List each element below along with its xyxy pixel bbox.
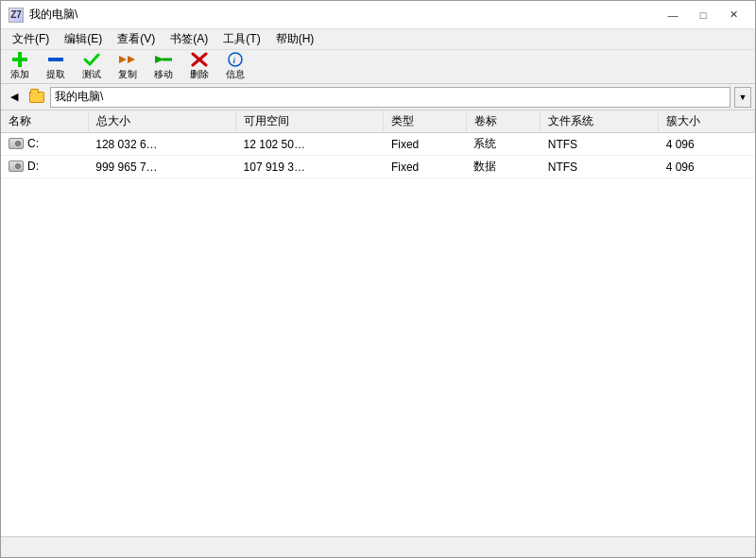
add-label: 添加 [10,68,29,81]
cell-total-size: 999 965 7… [88,156,235,178]
cell-free-space: 107 919 3… [236,156,384,178]
svg-rect-6 [163,59,172,61]
move-icon [155,52,172,67]
minimize-button[interactable]: — [659,6,687,25]
menu-bookmarks[interactable]: 书签(A) [163,29,215,49]
cell-type: Fixed [384,133,466,156]
svg-rect-2 [48,58,63,61]
info-icon: i [227,52,244,67]
window-title: 我的电脑\ [29,7,77,23]
svg-marker-3 [119,56,127,63]
menu-edit[interactable]: 编辑(E) [57,29,110,49]
extract-button[interactable]: 提取 [41,53,71,81]
cell-total-size: 128 032 6… [88,133,235,156]
menu-view[interactable]: 查看(V) [110,29,163,49]
main-window: Z7 我的电脑\ — □ ✕ 文件(F) 编辑(E) 查看(V) 书签(A) 工… [0,0,756,558]
add-button[interactable]: 添加 [5,53,35,81]
cell-label: 系统 [466,133,541,156]
test-icon [83,52,100,67]
address-input[interactable] [50,87,730,108]
info-label: 信息 [226,68,245,81]
drive-icon [9,138,24,149]
add-icon [11,52,28,67]
col-header-free-space[interactable]: 可用空间 [236,110,384,133]
info-button[interactable]: i 信息 [220,53,250,81]
nav-back-button[interactable]: ◀ [5,87,24,108]
copy-icon [119,52,136,67]
address-dropdown-button[interactable]: ▼ [734,87,751,108]
table-row[interactable]: C:128 032 6…12 102 50…Fixed系统NTFS4 096 [1,133,755,156]
cell-fs: NTFS [541,133,659,156]
col-header-type[interactable]: 类型 [384,110,466,133]
table-row[interactable]: D:999 965 7…107 919 3…Fixed数据NTFS4 096 [1,156,755,178]
test-button[interactable]: 测试 [77,53,107,81]
cell-cluster: 4 096 [659,156,755,178]
cell-free-space: 12 102 50… [236,133,384,156]
menu-file[interactable]: 文件(F) [5,29,57,49]
copy-label: 复制 [118,68,137,81]
delete-icon [191,52,208,67]
extract-label: 提取 [46,68,65,81]
menu-help[interactable]: 帮助(H) [268,29,322,49]
cell-name: D: [1,156,88,178]
test-label: 测试 [82,68,101,81]
drive-icon [9,161,24,172]
move-label: 移动 [154,68,173,81]
col-header-fs[interactable]: 文件系统 [541,110,659,133]
menu-bar: 文件(F) 编辑(E) 查看(V) 书签(A) 工具(T) 帮助(H) [1,29,755,50]
content-area: 名称 总大小 可用空间 类型 卷标 文件系统 簇大小 C:128 032 6…1… [1,110,755,536]
cell-fs: NTFS [541,156,659,178]
extract-icon [47,52,64,67]
folder-icon [27,88,46,107]
cell-name: C: [1,133,88,156]
col-header-cluster[interactable]: 簇大小 [659,110,755,133]
status-bar [1,536,755,557]
title-bar: Z7 我的电脑\ — □ ✕ [1,1,755,29]
svg-text:i: i [233,56,236,65]
col-header-label[interactable]: 卷标 [466,110,541,133]
maximize-button[interactable]: □ [689,6,717,25]
col-header-total-size[interactable]: 总大小 [88,110,235,133]
file-table: 名称 总大小 可用空间 类型 卷标 文件系统 簇大小 C:128 032 6…1… [1,110,755,178]
move-button[interactable]: 移动 [148,53,179,81]
svg-rect-1 [18,52,22,67]
app-icon: Z7 [9,8,24,23]
cell-type: Fixed [384,156,466,178]
table-header-row: 名称 总大小 可用空间 类型 卷标 文件系统 簇大小 [1,110,755,133]
copy-button[interactable]: 复制 [112,53,143,81]
cell-cluster: 4 096 [659,133,755,156]
toolbar: 添加 提取 测试 [1,50,755,84]
delete-label: 删除 [190,68,209,81]
delete-button[interactable]: 删除 [184,53,215,81]
close-button[interactable]: ✕ [719,6,747,25]
cell-label: 数据 [466,156,541,178]
svg-marker-4 [128,56,135,63]
menu-tools[interactable]: 工具(T) [215,29,267,49]
address-bar: ◀ ▼ [1,84,755,110]
col-header-name[interactable]: 名称 [1,110,88,133]
